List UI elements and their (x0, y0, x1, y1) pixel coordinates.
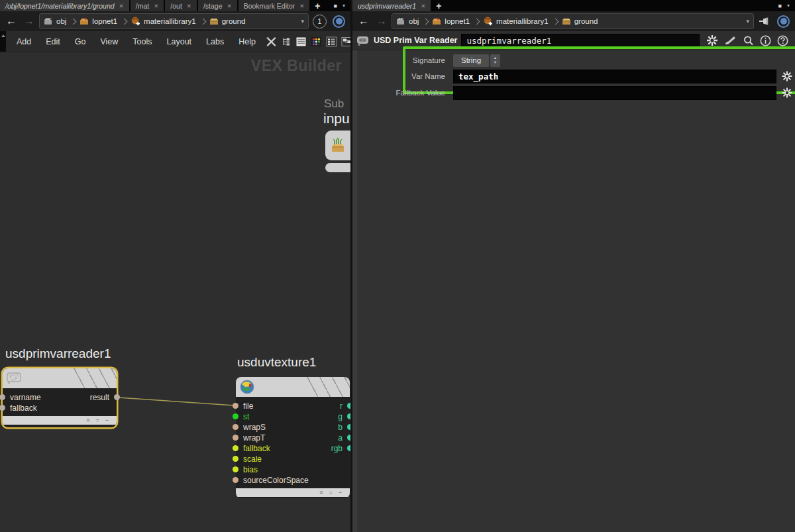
close-icon[interactable]: ✕ (154, 3, 158, 9)
path-dropdown-icon[interactable]: ▾ (746, 18, 749, 25)
breadcrumb-ground[interactable]: ground (562, 17, 598, 25)
subnet-input-node-footer (325, 163, 350, 172)
brush-icon[interactable] (724, 36, 737, 45)
breadcrumb-obj[interactable]: obj (396, 17, 419, 25)
fallback-menu-star-icon[interactable] (782, 87, 792, 98)
breadcrumb-materiallibrary1[interactable]: materiallibrary1 (483, 17, 549, 26)
menu-go[interactable]: Go (68, 37, 93, 46)
menu-edit[interactable]: Edit (38, 37, 68, 46)
node-flag-icon[interactable]: ≡ (319, 490, 323, 496)
input-port-wrapT[interactable] (233, 435, 238, 441)
follow-target-icon[interactable] (777, 15, 790, 28)
input-port-wrapS[interactable] (233, 424, 238, 430)
node-flag-icon[interactable]: = (329, 490, 332, 496)
tab-out[interactable]: /out ✕ (165, 0, 197, 11)
signature-spinner[interactable]: ▲ ▼ (490, 54, 500, 67)
node-flag-icon[interactable]: = (95, 417, 99, 423)
node-header-stripes (73, 368, 117, 388)
input-port-bias[interactable] (233, 466, 238, 472)
parameter-header-icons (704, 34, 791, 46)
parameter-path-field[interactable]: obj lopnet1 materiallibrary1 (392, 13, 754, 29)
close-icon[interactable]: ✕ (227, 3, 232, 9)
parameter-grid-icon[interactable] (326, 36, 337, 47)
input-label-bias: bias (243, 465, 258, 474)
node-usduvtexture1[interactable]: file r st g wrapS b wrapT (236, 377, 350, 498)
signature-dropdown[interactable]: String (453, 54, 489, 67)
breadcrumb-obj[interactable]: obj (44, 17, 66, 25)
pane-menu-icon[interactable]: ▾ (343, 3, 345, 9)
follow-target-icon[interactable] (333, 15, 345, 28)
breadcrumb-separator (474, 18, 480, 25)
spinner-up-icon[interactable]: ▲ (494, 56, 497, 60)
input-port-scale[interactable] (233, 456, 238, 462)
new-tab-button[interactable]: + (432, 0, 445, 11)
new-tab-button[interactable]: + (311, 0, 324, 11)
network-canvas[interactable]: VEX Builder Sub inpu usdprimvarreader1 (0, 52, 350, 532)
varname-input[interactable]: tex_path (453, 70, 776, 83)
input-port-file[interactable] (233, 403, 238, 409)
subnet-input-node[interactable] (325, 131, 350, 160)
breadcrumb-lopnet1[interactable]: lopnet1 (80, 17, 117, 25)
close-icon[interactable]: ✕ (119, 3, 124, 9)
breadcrumb-ground[interactable]: ground (209, 17, 246, 25)
input-label-sourceColorSpace: sourceColorSpace (243, 476, 309, 485)
menu-labs[interactable]: Labs (199, 37, 231, 46)
menu-help[interactable]: Help (231, 37, 263, 46)
info-icon[interactable] (760, 35, 771, 46)
menu-tools[interactable]: Tools (125, 37, 159, 46)
input-port-st[interactable] (233, 413, 238, 419)
color-palette-icon[interactable] (311, 36, 322, 47)
close-icon[interactable]: ✕ (421, 3, 425, 9)
breadcrumb-materiallibrary1[interactable]: materiallibrary1 (131, 17, 196, 26)
output-port-result[interactable] (114, 394, 120, 400)
node-texture-title: usduvtexture1 (237, 355, 316, 370)
input-label-fallback: fallback (10, 403, 37, 413)
tab-usdprimvarreader1[interactable]: usdprimvarreader1 ✕ (352, 0, 431, 11)
path-dropdown-icon[interactable]: ▾ (301, 18, 304, 25)
node-flag-icon[interactable]: ≡ (86, 417, 89, 423)
snapshot-count-badge[interactable]: 1 (313, 15, 327, 28)
tab-ground-path[interactable]: /obj/lopnet1/materiallibrary1/ground ✕ (0, 0, 129, 11)
fallback-input[interactable] (453, 86, 776, 100)
help-icon[interactable] (777, 35, 788, 46)
node-footer: ≡ = − (3, 416, 117, 425)
menu-add[interactable]: Add (9, 37, 38, 46)
varname-menu-star-icon[interactable] (782, 71, 792, 81)
pane-maximize-icon[interactable]: ■ (334, 3, 337, 9)
tab-bookmark-editor[interactable]: Bookmark Editor ✕ (238, 0, 310, 11)
menu-layout[interactable]: Layout (160, 37, 199, 46)
back-icon[interactable]: ← (356, 16, 372, 27)
signature-label: Signature (352, 56, 453, 64)
forward-icon[interactable]: → (21, 16, 37, 27)
node-type-label: USD Prim Var Reader (374, 36, 457, 45)
menu-view[interactable]: View (93, 37, 125, 46)
input-port-sourceColorSpace[interactable] (233, 477, 238, 483)
tree-view-icon[interactable] (281, 36, 292, 47)
menubar-scroll-handle[interactable] (0, 31, 6, 52)
tab-stage[interactable]: /stage ✕ (198, 0, 237, 11)
node-flag-icon[interactable]: − (105, 417, 109, 423)
input-port-fallback[interactable] (233, 445, 238, 451)
close-icon[interactable]: ✕ (299, 3, 304, 9)
gear-menu-icon[interactable] (706, 34, 718, 46)
node-usdprimvarreader1[interactable]: varname result fallback ≡ = − (3, 368, 117, 427)
search-icon[interactable] (743, 35, 754, 46)
breadcrumb-separator (552, 18, 558, 25)
tab-mat[interactable]: /mat ✕ (131, 0, 164, 11)
list-view-icon[interactable] (295, 36, 307, 47)
network-path-field[interactable]: obj lopnet1 materiallibrary1 (39, 13, 309, 29)
forward-icon[interactable]: → (374, 16, 390, 27)
node-name-field[interactable]: usdprimvarreader1 (461, 34, 700, 48)
tools-crossed-icon[interactable] (266, 36, 277, 47)
close-icon[interactable]: ✕ (187, 3, 191, 9)
node-chrome: file r st g wrapS b wrapT (236, 377, 350, 498)
spinner-down-icon[interactable]: ▼ (494, 60, 497, 65)
node-flag-icon[interactable]: − (339, 490, 342, 496)
tab-label: Bookmark Editor (244, 2, 295, 10)
left-pathbar: ← → obj lopnet1 (0, 11, 350, 31)
pane-menu-icon[interactable]: ▾ (787, 3, 790, 9)
pane-maximize-icon[interactable]: ■ (778, 3, 782, 9)
pin-icon[interactable] (759, 17, 770, 26)
breadcrumb-lopnet1[interactable]: lopnet1 (432, 17, 470, 25)
back-icon[interactable]: ← (3, 16, 19, 27)
